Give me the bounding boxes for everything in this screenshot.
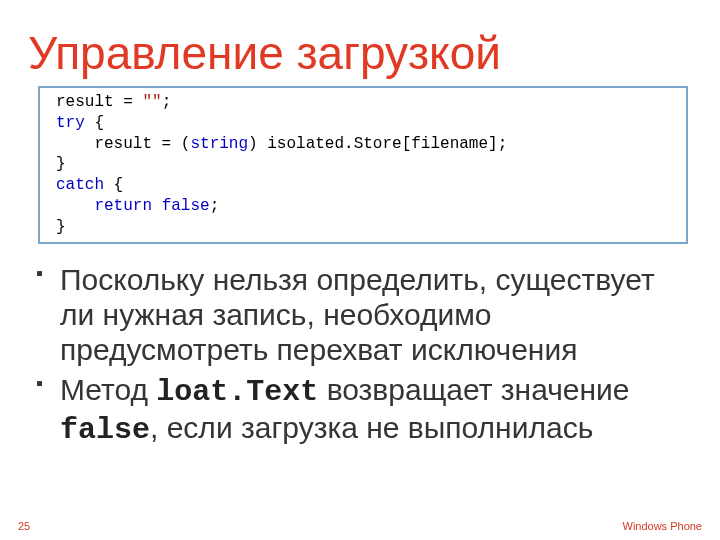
code-text: { bbox=[104, 176, 123, 194]
code-line: catch { bbox=[56, 175, 676, 196]
code-block: result = ""; try { result = (string) iso… bbox=[38, 86, 688, 244]
code-line: return false; bbox=[56, 196, 676, 217]
code-text: ; bbox=[162, 93, 172, 111]
code-keyword: false bbox=[162, 197, 210, 215]
footer: 25 Windows Phone bbox=[18, 520, 702, 532]
code-line: } bbox=[56, 154, 676, 175]
brand-label: Windows Phone bbox=[623, 520, 703, 532]
code-string: "" bbox=[142, 93, 161, 111]
code-text: ; bbox=[210, 197, 220, 215]
code-text: result = ( bbox=[56, 135, 190, 153]
code-line: } bbox=[56, 217, 676, 238]
page-number: 25 bbox=[18, 520, 30, 532]
code-text: ) isolated.Store[filename]; bbox=[248, 135, 507, 153]
list-item: Метод loat.Text возвращает значение fals… bbox=[32, 372, 682, 449]
bullet-text: возвращает значение bbox=[318, 373, 629, 406]
code-text: result = bbox=[56, 93, 142, 111]
bullet-text: , если загрузка не выполнилась bbox=[150, 411, 593, 444]
slide: Управление загрузкой result = ""; try { … bbox=[0, 0, 720, 540]
code-line: result = ""; bbox=[56, 92, 676, 113]
code-line: try { bbox=[56, 113, 676, 134]
page-title: Управление загрузкой bbox=[28, 30, 692, 76]
code-keyword: string bbox=[190, 135, 248, 153]
list-item: Поскольку нельзя определить, существует … bbox=[32, 262, 682, 368]
code-inline: false bbox=[60, 413, 150, 447]
code-keyword: catch bbox=[56, 176, 104, 194]
code-text bbox=[152, 197, 162, 215]
bullet-text: Метод bbox=[60, 373, 156, 406]
code-line: result = (string) isolated.Store[filenam… bbox=[56, 134, 676, 155]
code-text: { bbox=[85, 114, 104, 132]
code-inline: loat.Text bbox=[156, 375, 318, 409]
code-keyword: return bbox=[94, 197, 152, 215]
bullet-list: Поскольку нельзя определить, существует … bbox=[28, 262, 692, 449]
code-keyword: try bbox=[56, 114, 85, 132]
code-text bbox=[56, 197, 94, 215]
